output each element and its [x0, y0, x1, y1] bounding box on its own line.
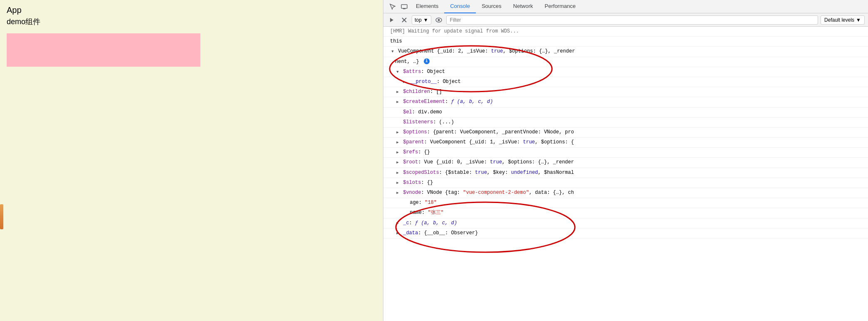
console-line-parent: $parent: VueComponent {_uid: 1, _isVue: … [383, 138, 868, 148]
expand-slots[interactable] [395, 179, 400, 187]
expand-vue-component[interactable] [390, 48, 395, 55]
eye-icon[interactable] [434, 15, 444, 25]
tab-elements[interactable]: Elements [410, 0, 444, 13]
expand-attrs[interactable] [395, 68, 400, 76]
console-line-el: $el: div.demo [383, 108, 868, 118]
expand-root[interactable] [395, 158, 400, 166]
console-line-c: _c: ƒ (a, b, c, d) [383, 218, 868, 228]
demo-pink-box [7, 33, 200, 67]
expand-scopedslots[interactable] [395, 169, 400, 177]
devtools-toolbar: top ▼ Default levels ▼ [383, 13, 868, 27]
console-line-root: $root: Vue {_uid: 0, _isVue: true, $opti… [383, 158, 868, 168]
info-icon: i [424, 58, 430, 64]
app-preview-panel: App demo组件 [0, 0, 383, 321]
app-title: App [7, 4, 376, 16]
svg-rect-0 [401, 5, 407, 8]
log-levels-button[interactable]: Default levels ▼ [821, 15, 865, 25]
console-line-slots: $slots: {} [383, 178, 868, 188]
tab-performance[interactable]: Performance [539, 0, 581, 13]
console-line-refs: $refs: {} [383, 148, 868, 158]
console-line-proto: __proto__: Object [383, 77, 868, 87]
console-line-vnode: $vnode: VNode {tag: "vue-component-2-dem… [383, 188, 868, 198]
scroll-indicator [0, 204, 3, 229]
console-line-hmr: [HMR] Waiting for update signal from WDS… [383, 27, 868, 37]
expand-vnode[interactable] [395, 189, 400, 197]
console-line-age: age: "18" [383, 198, 868, 208]
console-line-listeners: $listeners: (...) [383, 118, 868, 128]
console-line-nent: nent, …} i [383, 57, 868, 67]
tab-sources[interactable]: Sources [476, 0, 507, 13]
expand-parent[interactable] [395, 138, 400, 146]
expand-createelement[interactable] [395, 98, 400, 106]
chevron-down-icon: ▼ [423, 17, 428, 23]
expand-options[interactable] [395, 128, 400, 136]
expand-data[interactable] [395, 229, 400, 237]
clear-console-icon[interactable] [399, 15, 409, 25]
expand-children[interactable] [395, 88, 400, 96]
tab-network[interactable]: Network [507, 0, 539, 13]
svg-point-6 [438, 19, 440, 21]
console-line-this: this [383, 37, 868, 47]
svg-marker-2 [390, 18, 393, 22]
responsive-icon[interactable] [398, 1, 410, 13]
console-filter-input[interactable] [446, 15, 818, 25]
console-line-vue-component: VueComponent {_uid: 2, _isVue: true, $op… [383, 47, 868, 57]
console-line-children: $children: [] [383, 87, 868, 97]
devtools-tabs: Elements Console Sources Network Perform… [383, 0, 868, 13]
cursor-icon[interactable] [387, 1, 398, 13]
context-selector[interactable]: top ▼ [412, 15, 431, 25]
expand-proto[interactable] [402, 78, 407, 86]
svg-rect-1 [403, 8, 405, 9]
console-line-scopedslots: $scopedSlots: {$stable: true, $key: unde… [383, 168, 868, 178]
console-line-options: $options: {parent: VueComponent, _parent… [383, 128, 868, 138]
chevron-down-icon: ▼ [856, 17, 861, 23]
console-line-data: _data: {__ob__: Observer} [383, 228, 868, 238]
expand-refs[interactable] [395, 148, 400, 156]
expand-c[interactable] [395, 219, 400, 227]
console-line-name: name: "张三" [383, 208, 868, 218]
run-icon[interactable] [387, 15, 397, 25]
context-label: top [415, 17, 422, 23]
tab-console[interactable]: Console [444, 0, 476, 13]
console-line-createelement: $createElement: ƒ (a, b, c, d) [383, 97, 868, 107]
demo-component-label: demo组件 [7, 17, 376, 27]
devtools-panel: Elements Console Sources Network Perform… [383, 0, 868, 321]
console-output: [HMR] Waiting for update signal from WDS… [383, 27, 868, 321]
console-line-attrs: $attrs: Object [383, 67, 868, 77]
